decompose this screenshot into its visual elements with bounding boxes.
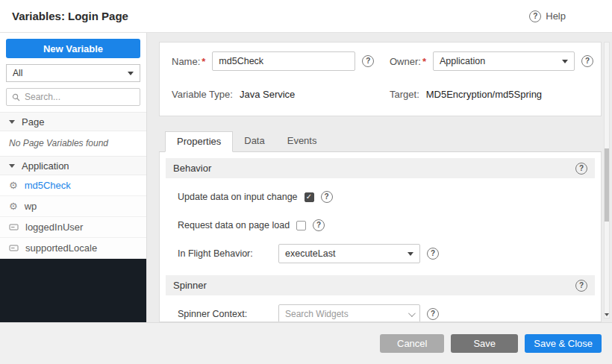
variable-summary-card: Name:* ? Owner:* Application ? Variable … (159, 42, 602, 116)
help-link[interactable]: ? Help (529, 10, 566, 22)
target-label: Target: (390, 89, 419, 100)
main-content: Name:* ? Owner:* Application ? Variable … (147, 33, 612, 322)
help-icon: ? (529, 10, 541, 22)
search-input[interactable] (25, 92, 134, 102)
search-box (6, 88, 140, 106)
spinner-context-combobox[interactable] (278, 304, 420, 322)
collapse-caret-icon (9, 120, 15, 124)
chevron-down-icon (128, 72, 134, 75)
gear-icon: ⚙ (9, 181, 18, 190)
name-owner-row: Name:* ? Owner:* Application ? (172, 51, 589, 71)
type-target-row: Variable Type: Java Service Target: MD5E… (172, 89, 589, 100)
sidebar: New Variable All Page No Page Variables … (0, 33, 147, 322)
in-flight-row: In Flight Behavior: executeLast ? (178, 244, 595, 263)
chevron-down-icon (408, 310, 416, 317)
owner-label: Owner:* (390, 56, 426, 67)
help-label: Help (546, 10, 566, 22)
variable-item-loggedinuser[interactable]: loggedInUser (0, 217, 146, 238)
in-flight-help-icon[interactable]: ? (427, 248, 439, 260)
spinner-context-label: Spinner Context: (178, 309, 272, 319)
page-variables-empty-message: No Page Variables found (0, 131, 146, 156)
collapse-caret-icon (9, 164, 15, 168)
search-icon (12, 93, 20, 101)
chevron-down-icon (605, 313, 609, 316)
update-data-label: Update data on input change (178, 192, 298, 202)
variable-type-group: Variable Type: Java Service (172, 89, 390, 100)
gear-icon: ⚙ (9, 201, 18, 211)
tree-section-application-label: Application (22, 160, 69, 172)
required-marker: * (422, 56, 426, 67)
request-data-label: Request data on page load (178, 220, 290, 230)
spinner-section-title: Spinner (173, 280, 207, 291)
page-title: Variables: Login Page (12, 10, 128, 22)
tab-properties[interactable]: Properties (165, 131, 233, 152)
owner-selected-value: Application (440, 56, 485, 66)
name-help-icon[interactable]: ? (362, 55, 374, 67)
variable-item-label: loggedInUser (25, 222, 83, 233)
request-data-checkbox[interactable] (296, 221, 306, 230)
footer: Cancel Save Save & Close (0, 322, 612, 364)
chevron-down-icon (408, 252, 413, 256)
owner-field-group: Owner:* Application ? (390, 51, 593, 71)
header: Variables: Login Page ? Help (0, 0, 612, 33)
variable-type-label: Variable Type: (172, 89, 233, 100)
owner-help-icon[interactable]: ? (581, 55, 593, 67)
update-data-checkbox[interactable] (305, 192, 314, 202)
spinner-context-row: Spinner Context: ? (178, 304, 595, 322)
sidebar-controls: New Variable All (0, 33, 146, 112)
spinner-section-header: Spinner ? (166, 275, 595, 295)
behavior-help-icon[interactable]: ? (575, 163, 587, 175)
field-variable-icon (9, 243, 19, 253)
spinner-context-input[interactable] (285, 309, 404, 319)
target-group: Target: MD5Encryption/md5Spring (390, 89, 542, 100)
tab-events[interactable]: Events (276, 131, 328, 151)
target-value: MD5Encryption/md5Spring (426, 89, 542, 100)
tab-data[interactable]: Data (233, 131, 275, 151)
save-and-close-button[interactable]: Save & Close (525, 334, 602, 353)
required-marker: * (202, 56, 205, 67)
sidebar-empty-area (0, 259, 146, 322)
field-variable-icon (9, 222, 19, 232)
new-variable-button[interactable]: New Variable (6, 39, 140, 58)
name-input[interactable] (212, 51, 355, 71)
behavior-section-title: Behavior (173, 163, 211, 174)
owner-select[interactable]: Application (433, 51, 575, 71)
name-label: Name:* (172, 56, 205, 67)
vertical-scrollbar[interactable] (604, 42, 610, 318)
in-flight-label: In Flight Behavior: (178, 248, 272, 259)
variable-item-label: supportedLocale (25, 242, 97, 254)
spinner-help-icon[interactable]: ? (575, 280, 587, 292)
update-data-row: Update data on input change ? (178, 187, 595, 207)
spinner-context-help-icon[interactable]: ? (427, 308, 439, 320)
in-flight-selected-value: executeLast (285, 248, 335, 259)
variable-item-label: md5Check (25, 180, 71, 191)
variable-filter-value: All (13, 68, 22, 78)
variable-item-md5check[interactable]: ⚙ md5Check (0, 175, 146, 196)
name-field-group: Name:* ? (172, 51, 390, 71)
variable-item-supportedlocale[interactable]: supportedLocale (0, 238, 146, 259)
properties-panel: Behavior ? Update data on input change ?… (159, 152, 602, 322)
chevron-down-icon (562, 60, 568, 63)
tab-bar: Properties Data Events (159, 131, 602, 152)
variable-item-label: wp (25, 201, 37, 212)
save-button[interactable]: Save (451, 334, 518, 353)
scrollbar-thumb[interactable] (605, 148, 609, 222)
behavior-section-header: Behavior ? (166, 158, 595, 178)
in-flight-select[interactable]: executeLast (278, 244, 420, 263)
cancel-button[interactable]: Cancel (380, 334, 444, 353)
tree-section-application[interactable]: Application (0, 156, 146, 175)
update-data-help-icon[interactable]: ? (321, 191, 333, 203)
request-data-row: Request data on page load ? (178, 216, 595, 235)
variable-filter-select[interactable]: All (6, 64, 140, 82)
variable-type-value: Java Service (240, 89, 295, 100)
tree-section-page[interactable]: Page (0, 112, 146, 131)
scrollbar-down-button[interactable] (605, 311, 609, 318)
variable-item-wp[interactable]: ⚙ wp (0, 196, 146, 217)
tree-section-page-label: Page (22, 116, 44, 128)
request-data-help-icon[interactable]: ? (313, 219, 325, 231)
